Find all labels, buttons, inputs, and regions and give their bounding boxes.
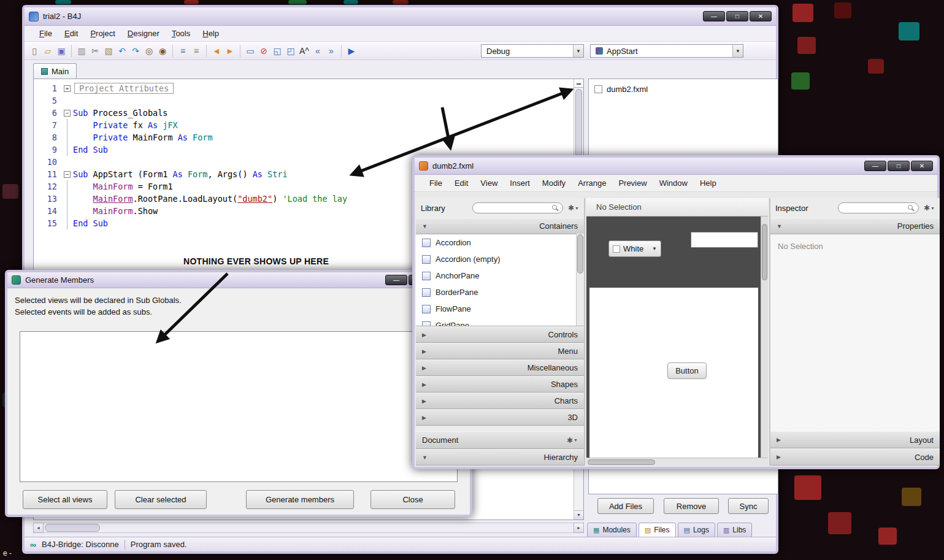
inspector-section-properties[interactable]: ▼ Properties <box>770 218 940 234</box>
main-titlebar[interactable]: trial2 - B4J — □ ✕ <box>25 7 776 26</box>
file-item-dumb2[interactable]: dumb2.fxml <box>589 79 778 94</box>
scrollbar-thumb[interactable] <box>588 459 655 465</box>
menu-project[interactable]: Project <box>84 27 121 40</box>
library-section-containers[interactable]: ▼ Containers <box>416 218 584 234</box>
menu-help[interactable]: Help <box>196 27 225 40</box>
members-listbox[interactable] <box>20 331 458 482</box>
scrollbar-thumb[interactable] <box>45 524 100 532</box>
desktop-icon[interactable] <box>55 0 71 4</box>
designer-menu-window[interactable]: Window <box>653 177 694 190</box>
save-icon[interactable]: ▣ <box>55 45 67 57</box>
design-workspace[interactable]: White ▼ Button <box>586 217 768 458</box>
chevron-down-icon[interactable]: ▼ <box>732 45 743 57</box>
library-section-controls[interactable]: ▶ Controls <box>416 326 584 343</box>
designer-menu-help[interactable]: Help <box>694 177 723 190</box>
desktop-icon[interactable] <box>834 2 851 18</box>
desktop-icon[interactable] <box>828 512 851 534</box>
fold-marker-icon[interactable]: − <box>64 171 71 178</box>
bridge-reconnect-icon[interactable]: ◰ <box>285 45 297 57</box>
search-all-icon[interactable]: ◉ <box>156 45 169 57</box>
forward-icon[interactable]: ► <box>224 45 236 57</box>
inspector-section-layout[interactable]: ▶ Layout <box>770 431 940 448</box>
tab-files[interactable]: ▨Files <box>639 523 676 537</box>
remove-button[interactable]: Remove <box>664 498 719 514</box>
menu-designer[interactable]: Designer <box>121 27 166 40</box>
close-button[interactable]: ✕ <box>750 11 772 21</box>
desktop-icon[interactable] <box>794 475 821 500</box>
designer-menu-edit[interactable]: Edit <box>448 177 474 190</box>
close-button[interactable]: Close <box>370 490 455 509</box>
close-tabs-icon[interactable]: ⊘ <box>258 45 270 57</box>
outdent-icon[interactable]: « <box>312 45 324 57</box>
open-project-icon[interactable]: ▱ <box>42 45 54 57</box>
tab-logs[interactable]: ▤Logs <box>678 523 715 537</box>
library-item-borderpane[interactable]: BorderPane <box>416 284 576 301</box>
editor-horizontal-scrollbar[interactable]: ◄ ► <box>33 523 584 533</box>
module-navigation-select[interactable]: AppStart ▼ <box>590 44 743 58</box>
library-search-input[interactable] <box>472 202 563 213</box>
indent-icon[interactable]: » <box>325 45 337 57</box>
designer-menu-preview[interactable]: Preview <box>612 177 653 190</box>
background-color-select[interactable]: White ▼ <box>608 240 661 257</box>
desktop-icon[interactable] <box>792 4 813 22</box>
scrollbar-thumb[interactable] <box>577 234 583 274</box>
designer-titlebar[interactable]: dumb2.fxml — □ ✕ <box>415 158 937 175</box>
library-item-flowpane[interactable]: FlowPane <box>416 301 576 317</box>
menu-file[interactable]: File <box>33 27 58 40</box>
desktop-icon[interactable] <box>791 72 810 90</box>
designer-menu-view[interactable]: View <box>474 177 504 190</box>
canvas-horizontal-scrollbar[interactable] <box>586 458 768 466</box>
build-configuration-select[interactable]: Debug ▼ <box>481 44 584 58</box>
library-section-charts[interactable]: ▶ Charts <box>416 393 584 409</box>
bridge-icon[interactable]: ◱ <box>271 45 283 57</box>
library-section-miscellaneous[interactable]: ▶ Miscellaneous <box>416 359 584 376</box>
select-all-views-button[interactable]: Select all views <box>23 490 107 509</box>
fold-marker-icon[interactable]: + <box>64 85 71 92</box>
scroll-down-icon[interactable]: ▼ <box>574 510 583 520</box>
desktop-icon[interactable] <box>2 184 18 199</box>
library-item-gridpane[interactable]: GridPane <box>416 317 576 326</box>
desktop-icon[interactable] <box>899 22 919 40</box>
run-icon[interactable]: ▶ <box>345 45 358 57</box>
library-scrollbar[interactable] <box>576 234 584 326</box>
inspector-settings-button[interactable]: ✱ ▼ <box>924 204 935 212</box>
paste-icon[interactable]: ▧ <box>102 45 115 57</box>
library-section-shapes[interactable]: ▶ Shapes <box>416 376 584 393</box>
designer-menu-file[interactable]: File <box>423 177 448 190</box>
library-item-anchorpane[interactable]: AnchorPane <box>416 267 576 284</box>
scrollbar-thumb[interactable] <box>575 89 582 156</box>
minimize-button[interactable]: — <box>703 11 725 21</box>
library-section-menu[interactable]: ▶ Menu <box>416 343 584 359</box>
library-item-accordion[interactable]: Accordion <box>416 234 576 251</box>
dialog-titlebar[interactable]: Generate Members — □ ✕ <box>7 272 470 288</box>
library-item-accordion[interactable]: Accordion (empty) <box>416 251 576 267</box>
fold-marker-icon[interactable]: − <box>64 110 71 117</box>
tab-modules[interactable]: ▦Modules <box>587 523 637 537</box>
scroll-right-icon[interactable]: ► <box>574 523 584 533</box>
form-canvas[interactable]: Button <box>589 288 758 458</box>
menu-edit[interactable]: Edit <box>58 27 84 40</box>
chevron-down-icon[interactable]: ▼ <box>573 45 583 57</box>
desktop-icon[interactable] <box>797 37 816 54</box>
close-button[interactable]: ✕ <box>911 161 933 171</box>
splitter-collapse-icon[interactable]: ▬ <box>574 79 583 88</box>
form-button[interactable]: Button <box>667 362 707 379</box>
designer-menu-insert[interactable]: Insert <box>504 177 536 190</box>
undo-icon[interactable]: ↶ <box>116 45 128 57</box>
designer-menu-arrange[interactable]: Arrange <box>572 177 612 190</box>
desktop-icon[interactable] <box>393 0 409 4</box>
comment-icon[interactable]: ≡ <box>177 45 189 57</box>
clear-selected-button[interactable]: Clear selected <box>115 490 207 509</box>
scrollbar-track[interactable] <box>44 523 574 533</box>
desktop-icon[interactable] <box>343 0 358 4</box>
desktop-icon[interactable] <box>184 0 199 4</box>
generate-members-button[interactable]: Generate members <box>246 490 354 509</box>
new-file-icon[interactable]: ▯ <box>28 45 40 57</box>
scrollbar-thumb[interactable] <box>762 224 767 280</box>
document-section[interactable]: Document ✱ ▼ <box>416 431 584 449</box>
format-icon[interactable]: ≡ <box>190 45 202 57</box>
minimize-button[interactable]: — <box>864 161 886 171</box>
minimize-button[interactable]: — <box>385 275 407 285</box>
desktop-icon[interactable] <box>902 488 921 506</box>
canvas-vertical-scrollbar[interactable] <box>761 217 768 458</box>
